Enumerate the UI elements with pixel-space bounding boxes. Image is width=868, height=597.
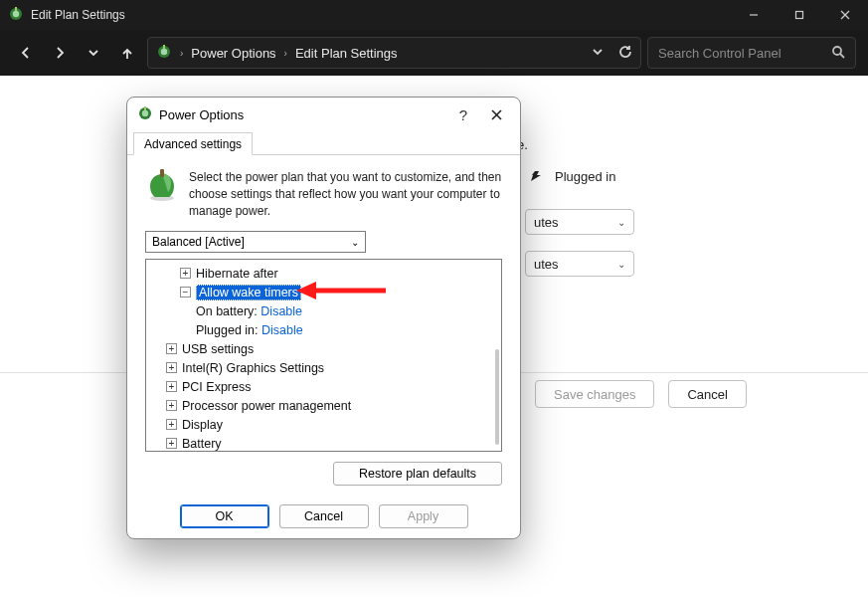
tree-label-on-battery: On battery: [196,304,258,318]
tree-item-display[interactable]: Display [182,418,223,432]
address-bar[interactable]: › Power Options › Edit Plan Settings [147,37,641,69]
forward-button[interactable] [46,39,74,67]
expand-icon[interactable]: + [180,268,191,279]
expand-icon[interactable]: + [166,362,177,373]
sleep-timeout-combo[interactable]: utes⌄ [525,251,634,277]
power-plan-big-icon [145,169,179,203]
expand-icon[interactable]: + [166,381,177,392]
save-changes-button[interactable]: Save changes [535,380,654,408]
cancel-button[interactable]: Cancel [668,380,746,408]
power-options-icon [156,44,172,63]
search-box[interactable]: Search Control Panel [647,37,856,69]
power-options-icon [8,6,24,25]
expand-icon[interactable]: + [166,400,177,411]
plugged-in-value[interactable]: Disable [261,323,303,337]
dialog-intro-text: Select the power plan that you want to c… [189,169,502,219]
tab-strip: Advanced settings [127,131,520,155]
dialog-titlebar: Power Options ? [127,98,520,131]
breadcrumb-item[interactable]: Edit Plan Settings [295,46,398,61]
maximize-button[interactable] [777,0,822,30]
chevron-down-icon: ⌄ [351,237,359,248]
chevron-down-icon: ⌄ [617,217,625,228]
collapse-icon[interactable]: − [180,287,191,298]
tree-item-processor-power-management[interactable]: Processor power management [182,399,351,413]
plug-icon [525,169,547,184]
breadcrumb-item[interactable]: Power Options [191,46,275,61]
power-plan-selected: Balanced [Active] [152,235,245,249]
app-window: Edit Plan Settings › Power Options › Edi… [0,0,868,597]
window-controls [731,0,868,30]
cancel-button[interactable]: Cancel [279,504,369,528]
expand-icon[interactable]: + [166,438,177,449]
on-battery-value[interactable]: Disable [260,304,302,318]
svg-point-10 [161,48,167,54]
plugged-in-header: Plugged in [555,169,615,184]
dialog-footer: OK Cancel Apply [127,504,520,528]
search-icon [831,45,845,62]
svg-rect-19 [160,169,164,177]
window-title: Edit Plan Settings [31,8,731,22]
restore-plan-defaults-button[interactable]: Restore plan defaults [333,462,502,486]
close-button[interactable] [822,0,868,30]
ok-button[interactable]: OK [180,504,269,528]
scrollbar-thumb[interactable] [495,349,499,445]
expand-icon[interactable]: + [166,419,177,430]
svg-rect-4 [796,12,803,19]
svg-line-12 [840,54,844,58]
svg-point-15 [142,109,148,115]
chevron-down-icon: ⌄ [617,259,625,270]
display-timeout-combo[interactable]: utes⌄ [525,209,634,235]
titlebar: Edit Plan Settings [0,0,868,30]
tree-item-battery[interactable]: Battery [182,437,222,451]
dialog-title: Power Options [159,107,448,122]
svg-point-2 [13,10,19,16]
tree-item-intel-graphics[interactable]: Intel(R) Graphics Settings [182,361,324,375]
tab-advanced-settings[interactable]: Advanced settings [133,132,253,155]
tree-item-hibernate-after[interactable]: Hibernate after [196,267,278,281]
back-button[interactable] [12,39,40,67]
combo-text: utes [534,257,559,272]
navbar: › Power Options › Edit Plan Settings Sea… [0,30,868,76]
chevron-right-icon: › [284,48,287,59]
help-button[interactable]: ? [448,106,478,123]
up-button[interactable] [113,39,141,67]
tree-label-plugged-in: Plugged in: [196,323,259,337]
tree-item-pci-express[interactable]: PCI Express [182,380,251,394]
power-plan-combo[interactable]: Balanced [Active] ⌄ [145,231,366,253]
minimize-button[interactable] [731,0,777,30]
combo-text: utes [534,215,559,230]
expand-icon[interactable]: + [166,343,177,354]
dialog-body: Select the power plan that you want to c… [127,155,520,496]
recent-locations-button[interactable] [80,39,107,67]
chevron-right-icon: › [180,48,183,59]
tree-item-allow-wake-timers[interactable]: Allow wake timers [196,285,301,300]
chevron-down-icon[interactable] [591,45,605,62]
refresh-icon[interactable] [618,45,632,62]
dialog-close-button[interactable] [478,101,514,127]
svg-point-11 [833,47,841,55]
settings-tree[interactable]: +Hibernate after −Allow wake timers On b… [145,259,502,452]
dialog-intro: Select the power plan that you want to c… [145,169,502,219]
power-options-icon [137,105,153,124]
apply-button[interactable]: Apply [379,504,468,528]
power-options-dialog: Power Options ? Advanced settings Select… [126,97,521,539]
tree-item-usb-settings[interactable]: USB settings [182,342,254,356]
search-placeholder: Search Control Panel [658,46,831,61]
